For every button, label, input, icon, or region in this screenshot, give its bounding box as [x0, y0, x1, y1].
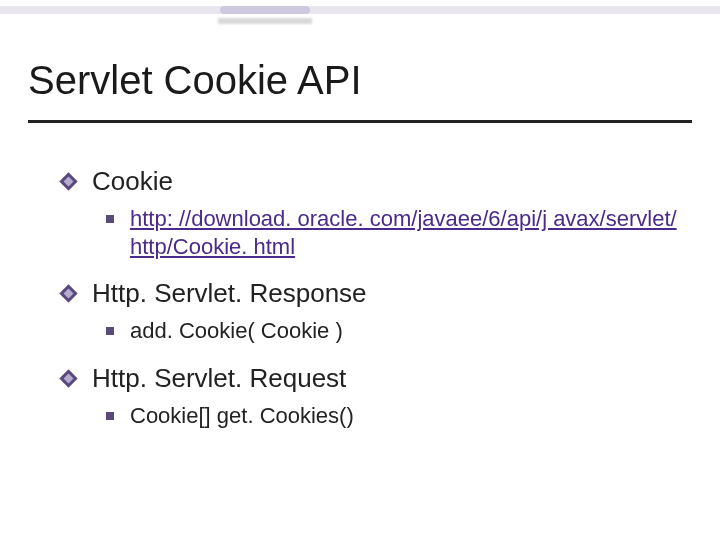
bullet-text: Cookie[] get. Cookies() [130, 403, 354, 428]
slide-title: Servlet Cookie API [28, 58, 362, 103]
slide: Servlet Cookie API Cookie http: //downlo… [0, 0, 720, 540]
decoration-shadow [218, 18, 312, 24]
bullet-level2: Cookie[] get. Cookies() [124, 402, 680, 430]
decoration-segment [0, 6, 220, 14]
bullet-text: add. Cookie( Cookie ) [130, 318, 343, 343]
bullet-level1: Cookie [86, 166, 680, 197]
bullet-label: Http. Servlet. Request [92, 363, 346, 393]
bullet-level2: http: //download. oracle. com/javaee/6/a… [124, 205, 680, 260]
bullet-level1: Http. Servlet. Request [86, 363, 680, 394]
decoration-segment [220, 6, 310, 14]
bullet-label: Http. Servlet. Response [92, 278, 367, 308]
title-divider [28, 120, 692, 123]
api-link[interactable]: http: //download. oracle. com/javaee/6/a… [130, 206, 677, 259]
bullet-level2: add. Cookie( Cookie ) [124, 317, 680, 345]
bullet-level1: Http. Servlet. Response [86, 278, 680, 309]
decoration-segment [310, 6, 720, 14]
slide-body: Cookie http: //download. oracle. com/jav… [86, 160, 680, 447]
top-decoration [0, 6, 720, 14]
bullet-label: Cookie [92, 166, 173, 196]
